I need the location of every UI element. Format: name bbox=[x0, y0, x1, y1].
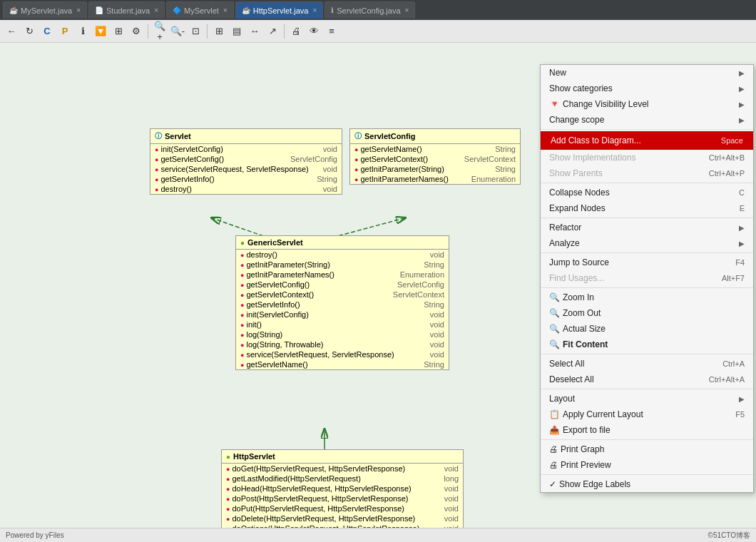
zoom-in-icon: 🔍 bbox=[549, 292, 560, 302]
toolbar-refresh-btn[interactable]: ↻ bbox=[21, 23, 38, 40]
menu-label-change-scope: Change scope bbox=[549, 115, 604, 125]
toolbar-print-btn[interactable]: 🖨 bbox=[287, 23, 305, 40]
menu-item-apply-layout[interactable]: 📋Apply Current Layout F5 bbox=[541, 406, 753, 422]
toolbar-list-btn[interactable]: ≡ bbox=[323, 23, 340, 40]
menu-label-select-all: Select All bbox=[549, 359, 584, 369]
servlet-class-header: ⓘ Servlet bbox=[150, 129, 342, 144]
method-row: ●doGet(HttpServletRequest, HttpServletRe… bbox=[222, 464, 463, 474]
menu-item-add-class[interactable]: Add Class to Diagram... Space bbox=[541, 131, 753, 150]
menu-item-zoom-in[interactable]: 🔍Zoom In bbox=[541, 290, 753, 305]
method-row: ●service(ServletRequest, ServletResponse… bbox=[236, 349, 449, 359]
menu-item-show-impl[interactable]: Show Implementations Ctrl+Alt+B bbox=[541, 150, 753, 165]
menu-item-deselect-all[interactable]: Deselect All Ctrl+Alt+A bbox=[541, 372, 753, 387]
tab-httpservlet-java[interactable]: ☕ HttpServlet.java × bbox=[235, 1, 324, 19]
interface-icon-2: ⓘ bbox=[354, 131, 362, 141]
menu-item-jump-to-source[interactable]: Jump to Source F4 bbox=[541, 255, 753, 270]
tab-myservlet[interactable]: 🔷 MyServlet × bbox=[166, 1, 234, 19]
toolbar-info-btn[interactable]: ℹ bbox=[74, 23, 91, 40]
toolbar-zoomin-btn[interactable]: 🔍+ bbox=[151, 23, 168, 40]
toolbar-grid-btn[interactable]: ⊞ bbox=[210, 23, 228, 40]
menu-item-new[interactable]: New ▶ bbox=[541, 65, 753, 81]
interface-icon: ⓘ bbox=[155, 131, 162, 141]
method-row: ●doPut(HttpServletRequest, HttpServletRe… bbox=[222, 503, 463, 513]
menu-separator-7 bbox=[541, 389, 753, 389]
menu-item-refactor[interactable]: Refactor ▶ bbox=[541, 220, 753, 235]
method-row: ●doDelete(HttpServletRequest, HttpServle… bbox=[222, 513, 463, 523]
print-preview-icon: 🖨 bbox=[549, 460, 558, 470]
genericservlet-class-header: ● GenericServlet bbox=[236, 236, 449, 250]
menu-item-change-visibility[interactable]: 🔻Change Visibility Level ▶ bbox=[541, 96, 753, 112]
servletconfig-class-name: ServletConfig bbox=[364, 132, 416, 140]
menu-shortcut-deselect: Ctrl+Alt+A bbox=[709, 375, 745, 384]
menu-shortcut-collapse: C bbox=[739, 188, 745, 197]
tab-close[interactable]: × bbox=[312, 6, 317, 14]
servlet-class-box: ⓘ Servlet ●init(ServletConfig)void ●getS… bbox=[150, 128, 342, 195]
menu-item-show-parents[interactable]: Show Parents Ctrl+Alt+P bbox=[541, 165, 753, 181]
menu-item-print-preview[interactable]: 🖨Print Preview bbox=[541, 457, 753, 473]
toolbar-filter2-btn[interactable]: ⊞ bbox=[110, 23, 127, 40]
toolbar-fit-btn[interactable]: ⊡ bbox=[187, 23, 204, 40]
menu-item-actual-size[interactable]: 🔍Actual Size bbox=[541, 321, 753, 337]
menu-item-layout[interactable]: Layout ▶ bbox=[541, 391, 753, 406]
tab-close[interactable]: × bbox=[154, 6, 158, 14]
toolbar-preview-btn[interactable]: 👁 bbox=[305, 23, 322, 40]
menu-item-zoom-out[interactable]: 🔍Zoom Out bbox=[541, 305, 753, 321]
toolbar-class-btn[interactable]: C bbox=[39, 23, 56, 40]
toolbar-arrow-btn[interactable]: ↔ bbox=[246, 23, 263, 40]
menu-item-find-usages[interactable]: Find Usages... Alt+F7 bbox=[541, 270, 753, 286]
menu-shortcut-expand: E bbox=[740, 204, 745, 213]
method-row: ●getServletContext()ServletContext bbox=[350, 154, 520, 164]
menu-separator-9 bbox=[541, 474, 753, 475]
toolbar-grid2-btn[interactable]: ▤ bbox=[228, 23, 245, 40]
toolbar-zoomout-btn[interactable]: 🔍- bbox=[169, 23, 186, 40]
menu-item-select-all[interactable]: Select All Ctrl+A bbox=[541, 356, 753, 372]
menu-label-analyze: Analyze bbox=[549, 238, 580, 248]
tab-icon-java: ☕ bbox=[9, 6, 18, 14]
status-powered-by: Powered by yFiles bbox=[6, 531, 64, 539]
menu-item-expand-nodes[interactable]: Expand Nodes E bbox=[541, 200, 753, 216]
menu-item-export[interactable]: 📤Export to file bbox=[541, 422, 753, 438]
toolbar-separator-3 bbox=[284, 24, 285, 39]
method-row: ●getInitParameter(String)String bbox=[236, 260, 449, 270]
method-row: ●getLastModified(HttpServletRequest)long bbox=[222, 474, 463, 484]
menu-item-change-scope[interactable]: Change scope ▶ bbox=[541, 112, 753, 128]
status-bar: Powered by yFiles ©51CTO博客 bbox=[0, 528, 756, 542]
menu-item-show-categories[interactable]: Show categories ▶ bbox=[541, 81, 753, 96]
method-row: ●init(ServletConfig)void bbox=[236, 310, 449, 319]
toolbar-settings-btn[interactable]: ⚙ bbox=[128, 23, 145, 40]
servletconfig-class-box: ⓘ ServletConfig ●getServletName()String … bbox=[349, 128, 521, 185]
tab-close[interactable]: × bbox=[405, 6, 409, 14]
toolbar-package-btn[interactable]: P bbox=[56, 23, 73, 40]
method-row: ●destroy()void bbox=[150, 184, 342, 194]
menu-item-show-edge-labels[interactable]: ✓Show Edge Labels bbox=[541, 476, 753, 492]
menu-label-show-parents: Show Parents bbox=[549, 168, 603, 178]
servlet-class-name: Servlet bbox=[165, 132, 191, 140]
method-row: ●log(String, Throwable)void bbox=[236, 339, 449, 349]
method-row: ●log(String)void bbox=[236, 329, 449, 339]
method-row: ●getServletName()String bbox=[350, 144, 520, 154]
tab-label: MyServlet bbox=[184, 6, 219, 15]
tab-close[interactable]: × bbox=[76, 6, 81, 14]
menu-label-refactor: Refactor bbox=[549, 223, 581, 232]
tab-close[interactable]: × bbox=[223, 6, 228, 14]
menu-arrow-refactor: ▶ bbox=[739, 224, 745, 232]
tab-myservlet-java[interactable]: ☕ MyServlet.java × bbox=[3, 1, 87, 19]
method-row: ●doPost(HttpServletRequest, HttpServletR… bbox=[222, 494, 463, 503]
menu-item-fit-content[interactable]: 🔍Fit Content bbox=[541, 337, 753, 352]
toolbar-export-btn[interactable]: ↗ bbox=[264, 23, 281, 40]
menu-separator-5 bbox=[541, 287, 753, 288]
toolbar-back-btn[interactable]: ← bbox=[3, 23, 20, 40]
tab-bar: ☕ MyServlet.java × 📄 Student.java × 🔷 My… bbox=[0, 0, 756, 20]
menu-item-print-graph[interactable]: 🖨Print Graph bbox=[541, 441, 753, 457]
toolbar-filter-btn[interactable]: 🔽 bbox=[92, 23, 109, 40]
menu-item-collapse-nodes[interactable]: Collapse Nodes C bbox=[541, 185, 753, 200]
menu-item-analyze[interactable]: Analyze ▶ bbox=[541, 235, 753, 251]
tab-student-java[interactable]: 📄 Student.java × bbox=[88, 1, 165, 19]
method-row: ●getServletConfig()ServletConfig bbox=[150, 154, 342, 164]
status-copyright: ©51CTO博客 bbox=[708, 531, 750, 541]
abstract-icon-2: ● bbox=[226, 453, 230, 461]
httpservlet-class-header: ● HttpServlet bbox=[222, 450, 463, 464]
method-row: ●getServletInfo()String bbox=[236, 300, 449, 310]
menu-shortcut-show-parents: Ctrl+Alt+P bbox=[709, 169, 745, 178]
tab-servletconfig-java[interactable]: ℹ ServletConfig.java × bbox=[325, 1, 415, 19]
